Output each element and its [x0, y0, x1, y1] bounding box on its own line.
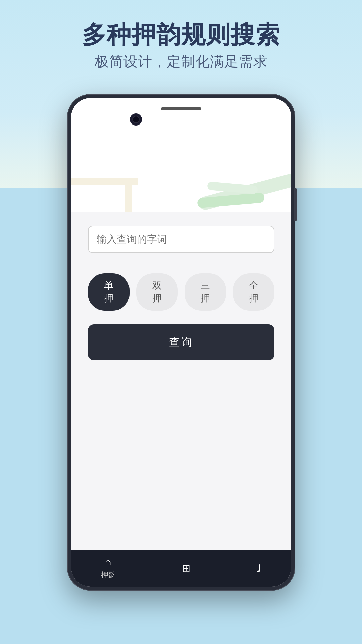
screen-map-area: [71, 98, 291, 212]
main-title: 多种押韵规则搜索: [0, 20, 362, 49]
nav-item-grid[interactable]: ⊞: [182, 562, 190, 574]
phone-mockup: 单押 双押 三押 全押 查询 ⌂ 押韵 ⊞: [67, 94, 295, 591]
search-input[interactable]: [97, 234, 266, 245]
music-icon: ♩: [256, 562, 261, 574]
phone-screen: 单押 双押 三押 全押 查询 ⌂ 押韵 ⊞: [71, 98, 291, 587]
phone-side-button: [294, 188, 297, 221]
mode-button-double[interactable]: 双押: [136, 273, 178, 311]
grid-icon: ⊞: [182, 562, 190, 574]
result-area: [71, 370, 291, 550]
search-input-wrapper[interactable]: [88, 226, 274, 253]
title-area: 多种押韵规则搜索 极简设计，定制化满足需求: [0, 20, 362, 71]
query-section: 查询: [71, 317, 291, 370]
sub-title: 极简设计，定制化满足需求: [0, 52, 362, 71]
mode-button-triple[interactable]: 三押: [185, 273, 226, 311]
mode-button-full[interactable]: 全押: [233, 273, 274, 311]
nav-label-home: 押韵: [101, 570, 116, 580]
nav-divider-2: [223, 560, 223, 577]
phone-frame: 单押 双押 三押 全押 查询 ⌂ 押韵 ⊞: [67, 94, 295, 591]
home-icon: ⌂: [105, 556, 111, 568]
nav-item-music[interactable]: ♩: [256, 562, 261, 574]
search-section: [71, 212, 291, 263]
nav-divider-1: [149, 560, 149, 577]
phone-speaker: [161, 107, 201, 110]
nav-item-home[interactable]: ⌂ 押韵: [101, 556, 116, 580]
query-button[interactable]: 查询: [88, 324, 274, 360]
bottom-navigation: ⌂ 押韵 ⊞ ♩: [71, 550, 291, 587]
road-v-1: [125, 179, 132, 212]
mode-buttons-group: 单押 双押 三押 全押: [71, 263, 291, 317]
phone-camera-icon: [130, 113, 142, 126]
mode-button-single[interactable]: 单押: [88, 273, 130, 311]
